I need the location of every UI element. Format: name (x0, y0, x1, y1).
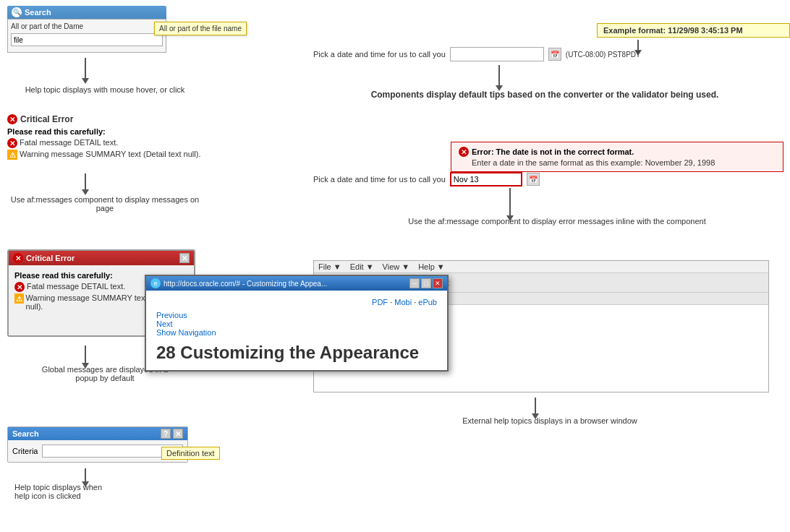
arrow-down-2 (82, 173, 89, 195)
error-section-1: ✕ Critical Error Please read this carefu… (7, 114, 200, 161)
arrow-line-6 (498, 65, 500, 85)
example-format-box: Example format: 11/29/98 3:45:13 PM (597, 23, 790, 38)
error-icon-right: ✕ (459, 147, 469, 157)
arrow-line-7 (509, 188, 511, 215)
error-icon-fatal-1: ✕ (7, 138, 17, 148)
error-icon-1: ✕ (7, 114, 17, 124)
arrow-down-6 (496, 65, 503, 91)
popup-warning-icon: ⚠ (14, 293, 24, 304)
search-bottom-title-text: Search (12, 429, 39, 438)
fatal-msg-text-1: Fatal message DETAIL text. (20, 138, 118, 147)
ie-content: PDF · Mobi · ePub Previous Next Show Nav… (146, 291, 447, 370)
ie-pdf-link[interactable]: PDF (372, 298, 388, 306)
definition-tooltip: Definition text (161, 447, 220, 460)
inline-msg-text: Use the af:message component to display … (405, 217, 709, 226)
menu-edit[interactable]: Edit ▼ (350, 262, 374, 271)
arrow-line-1 (85, 58, 86, 78)
date-input-row-2: Pick a date and time for us to call you … (313, 172, 540, 186)
search-placeholder-label: All or part of the Dame (11, 22, 83, 30)
help-text-bottom: Help topic displays whenhelp icon is cli… (14, 483, 174, 500)
ie-mobi-link[interactable]: Mobi (394, 298, 412, 306)
warning-icon-1: ⚠ (7, 150, 17, 160)
ie-titlebar: e http://docs.oracle.com/# - Customizing… (146, 276, 447, 291)
ie-minimize-btn[interactable]: ─ (409, 278, 420, 288)
popup-close-button[interactable]: ✕ (179, 253, 190, 263)
arrow-head-1 (82, 78, 89, 84)
search-icon: 🔍 (12, 7, 22, 17)
search-bottom-titlebar: Search ? ✕ (8, 427, 187, 440)
search-titlebar: 🔍 Search (7, 6, 166, 19)
error-label-1: ✕ Critical Error (7, 114, 200, 124)
search-widget-top: 🔍 Search All or part of the Dame (7, 6, 166, 53)
utc-text-1: (UTC-08:00) PST8PDT (566, 51, 640, 59)
ie-title-text: http://docs.oracle.com/# - Customizing t… (163, 280, 327, 288)
ie-close-btn[interactable]: ✕ (433, 278, 443, 288)
date-picker-icon-1[interactable]: 📅 (548, 48, 561, 61)
external-help-caption: External help topics displays in a brows… (405, 416, 695, 425)
critical-error-title-1: Critical Error (20, 114, 73, 124)
ie-epub-link[interactable]: ePub (418, 298, 437, 306)
menu-view[interactable]: View ▼ (383, 262, 410, 271)
help-text-label-1: Help topic displays with mouse hover, or… (25, 85, 185, 94)
date-input-1[interactable] (450, 47, 544, 61)
use-messages-text: Use af:messages component to display mes… (7, 195, 203, 213)
ie-icon: e (150, 278, 161, 288)
menu-file[interactable]: File ▼ (318, 262, 341, 271)
definition-text: Definition text (166, 449, 215, 458)
search-body: All or part of the Dame (7, 19, 166, 53)
pick-date-label-1: Pick a date and time for us to call you (313, 50, 446, 59)
search-input[interactable] (11, 33, 163, 46)
components-label: Components display default tips based on… (371, 90, 719, 100)
ie-links: PDF · Mobi · ePub (156, 298, 437, 306)
popup-error-icon: ✕ (13, 253, 23, 263)
date-input-row-1: Pick a date and time for us to call you … (313, 47, 640, 61)
arrow-line-4 (85, 468, 86, 481)
external-help-text: External help topics displays in a brows… (462, 416, 637, 425)
error-callout-section: ✕ Error: The date is not in the correct … (451, 142, 783, 176)
arrow-head-2 (82, 189, 89, 195)
ie-next-link[interactable]: Next (156, 319, 437, 328)
example-format-text: Example format: 11/29/98 3:45:13 PM (603, 26, 743, 35)
inline-msg-label: Use the af:message component to display … (408, 217, 706, 226)
ie-title-left: e http://docs.oracle.com/# - Customizing… (150, 278, 327, 288)
ie-maximize-btn[interactable]: □ (421, 278, 431, 288)
arrow-line-8 (535, 398, 536, 413)
date-input-error[interactable]: Nov 13 (450, 172, 522, 186)
please-read-1: Please read this carefully: (7, 127, 200, 136)
search-title: Search (25, 8, 51, 17)
pick-date-label-2: Pick a date and time for us to call you (313, 175, 446, 184)
error-callout: ✕ Error: The date is not in the correct … (451, 142, 783, 172)
search-bottom-controls: ? ✕ (161, 429, 183, 439)
popup-error-icon-fatal: ✕ (14, 282, 25, 292)
warning-msg-text-1: Warning message SUMMARY text (Detail tex… (20, 150, 200, 158)
search-close-icon[interactable]: ✕ (173, 429, 183, 439)
popup-title-text: Critical Error (26, 254, 75, 262)
use-messages-label: Use af:messages component to display mes… (11, 195, 199, 213)
arrow-line-2 (85, 173, 86, 189)
criteria-label: Criteria (12, 447, 38, 455)
tooltip-text: All or part of the file name (159, 25, 242, 33)
menu-help[interactable]: Help ▼ (418, 262, 445, 271)
search-tooltip: All or part of the file name (154, 22, 247, 35)
arrow-down-1 (82, 58, 89, 84)
error-title-text: Error: The date is not in the correct fo… (472, 147, 634, 156)
date-input-value: Nov 13 (454, 175, 479, 184)
ie-nav-links: Previous Next Show Navigation (156, 311, 437, 337)
ie-previous-link[interactable]: Previous (156, 311, 437, 319)
popup-title-left: ✕ Critical Error (13, 253, 75, 263)
search-input-row: All or part of the Dame (11, 22, 163, 30)
popup-fatal-text: Fatal message DETAIL text. (27, 282, 125, 291)
arrow-line-3 (85, 346, 86, 363)
error-callout-body: Enter a date in the same format as this … (459, 158, 776, 167)
ie-show-nav-link[interactable]: Show Navigation (156, 328, 437, 337)
help-text-1: Help topic displays with mouse hover, or… (7, 85, 203, 94)
ie-heading: 28 Customizing the Appearance (156, 343, 437, 363)
search-help-icon[interactable]: ? (161, 429, 171, 439)
components-text: Components display default tips based on… (313, 90, 776, 100)
criteria-row: Criteria (12, 445, 183, 458)
ie-browser-window: e http://docs.oracle.com/# - Customizing… (145, 275, 449, 372)
search-input-row2 (11, 33, 163, 46)
ie-window-buttons: ─ □ ✕ (409, 278, 443, 288)
date-picker-icon-2[interactable]: 📅 (527, 173, 540, 186)
popup-titlebar: ✕ Critical Error ✕ (9, 251, 194, 265)
